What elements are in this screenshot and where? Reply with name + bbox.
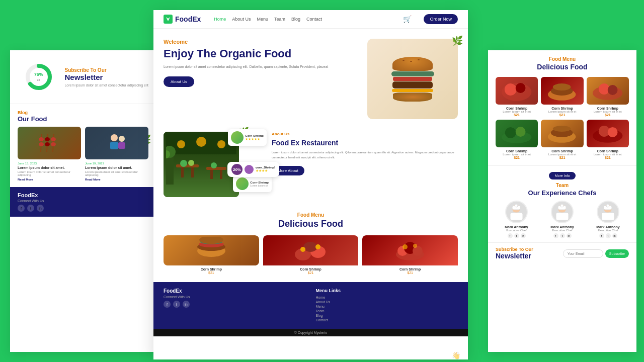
svg-point-18 <box>217 140 225 148</box>
newsletter-title: Newsletter <box>64 73 148 81</box>
newsletter-section: 76%cd Subscribe To Our Newsletter Lorem … <box>10 50 156 104</box>
facebook-icon[interactable]: f <box>18 205 25 212</box>
chef-instagram-icon-1[interactable]: in <box>521 233 526 238</box>
left-footer-brand: FoodEx <box>18 192 148 198</box>
rfood-name-5: Corn Shrimp <box>541 149 583 153</box>
about-images: 🌿 <box>164 132 264 197</box>
blog-image-2 <box>85 127 148 159</box>
footer-link-blog[interactable]: Blog <box>316 314 458 317</box>
right-food-menu-title: Delicious Food <box>496 63 629 71</box>
patty <box>392 81 433 88</box>
food-card-2: Corn-Shrimp Lorem ipsum sit <box>233 175 272 192</box>
nav-link-home[interactable]: Home <box>214 17 226 22</box>
svg-point-72 <box>560 204 564 207</box>
sesame-2 <box>410 61 412 62</box>
about-us-button[interactable]: About Us <box>164 76 194 87</box>
rfood-name-1: Corn Shrimp <box>496 107 538 110</box>
chef-facebook-icon-1[interactable]: f <box>508 233 513 238</box>
list-item: Corn Shrimp Lorem ipsum sit et et $21 <box>587 120 629 159</box>
food-image-3 <box>362 235 458 265</box>
svg-point-68 <box>515 204 518 207</box>
chef-name-1: Mark Anthony <box>496 225 537 229</box>
chef-instagram-icon-2[interactable]: in <box>567 233 572 238</box>
user-stars: ★★★★ <box>256 169 275 173</box>
blog-read-more-2[interactable]: Read More <box>85 178 148 181</box>
food-image-1 <box>164 235 259 265</box>
footer-link-team[interactable]: Team <box>316 309 458 313</box>
footer-link-about[interactable]: About Us <box>316 300 458 304</box>
left-panel: 76%cd Subscribe To Our Newsletter Lorem … <box>10 50 156 352</box>
list-item: June 15, 2023 Lorem ipsum dolor sit amet… <box>18 127 81 181</box>
team-title: Our Experience Chefs <box>496 189 629 197</box>
chef-facebook-icon-2[interactable]: f <box>553 233 558 238</box>
svg-point-57 <box>505 127 516 138</box>
order-now-button[interactable]: Order Now <box>424 14 458 24</box>
newsletter-subscribe-button[interactable]: Subscribe <box>605 249 629 258</box>
nav-link-contact[interactable]: Contact <box>306 17 322 22</box>
svg-rect-21 <box>191 167 194 177</box>
svg-point-49 <box>516 83 526 93</box>
rfood-price-1: $21 <box>496 113 538 117</box>
footer: FoodEx Connect With Us f t in Menu Links… <box>153 282 468 329</box>
blog-read-more-1[interactable]: Read More <box>18 178 81 181</box>
svg-rect-22 <box>206 167 226 170</box>
left-footer: FoodEx Connect With Us f t in <box>10 187 156 217</box>
chef-twitter-icon-2[interactable]: t <box>560 233 565 238</box>
nav-link-team[interactable]: Team <box>274 17 285 22</box>
instagram-icon[interactable]: in <box>37 205 44 212</box>
footer-link-home[interactable]: Home <box>316 296 458 299</box>
chef-twitter-icon-3[interactable]: t <box>606 233 611 238</box>
svg-point-76 <box>606 204 609 207</box>
chef-name-3: Mark Anthony <box>587 225 629 229</box>
burger-stack <box>391 57 434 102</box>
newsletter-email-input[interactable] <box>563 249 603 258</box>
tomato <box>393 77 432 81</box>
chef-name-2: Mark Anthony <box>541 225 583 229</box>
rfood-price-2: $21 <box>541 113 583 117</box>
list-item: Corn Shrimp Lorem ipsum sit et et $21 <box>541 120 583 159</box>
rfood-name-2: Corn Shrimp <box>541 107 583 110</box>
more-info-button[interactable]: More Info <box>549 172 576 179</box>
blog-item-desc-1: Lorem ipsum dolor sit amet consectetur a… <box>18 170 81 176</box>
nav-link-menu[interactable]: Menu <box>257 17 268 22</box>
chef-social-1: f t in <box>496 233 537 238</box>
footer-facebook-icon[interactable]: f <box>164 301 171 308</box>
sesame-3 <box>418 59 420 60</box>
svg-point-29 <box>188 160 194 166</box>
rfood-name-6: Corn Shrimp <box>587 149 629 153</box>
chef-role-2: Executive Chef <box>541 229 583 232</box>
footer-twitter-icon[interactable]: t <box>173 301 180 308</box>
svg-point-61 <box>553 126 571 132</box>
list-item: June 19, 2023 Lorem ipsum dolor sit amet… <box>85 127 148 181</box>
footer-link-contact[interactable]: Contact <box>316 318 458 322</box>
right-team-section: More Info Team Our Experience Chefs Mark… <box>488 165 636 242</box>
user-avatar <box>245 165 254 174</box>
rfood-price-4: $21 <box>496 156 538 159</box>
cart-icon[interactable]: 🛒 <box>403 15 412 23</box>
blog-grid: June 15, 2023 Lorem ipsum dolor sit amet… <box>18 127 148 181</box>
twitter-icon[interactable]: t <box>27 205 34 212</box>
svg-point-48 <box>505 83 517 96</box>
percent-badge: 20% <box>231 164 243 175</box>
chef-facebook-icon-3[interactable]: f <box>599 233 604 238</box>
list-item: Corn Shrimp Lorem ipsum sit et et $21 <box>587 77 629 117</box>
svg-rect-24 <box>220 170 222 179</box>
blog-section: 🌿 Blog Our Food <box>10 104 156 187</box>
footer-instagram-icon[interactable]: in <box>183 301 190 308</box>
about-section: 🌿 <box>153 124 468 205</box>
nav-link-blog[interactable]: Blog <box>291 17 300 22</box>
hero-welcome: Welcome <box>164 39 362 45</box>
logo-icon <box>164 15 173 24</box>
chef-instagram-icon-3[interactable]: in <box>612 233 617 238</box>
blog-item-title-1: Lorem ipsum dolor sit amet. <box>18 166 81 169</box>
svg-rect-66 <box>510 213 523 220</box>
team-tag: Team <box>496 183 629 188</box>
chef-avatar-2 <box>551 201 574 223</box>
chef-twitter-icon-1[interactable]: t <box>514 233 519 238</box>
nav-link-about[interactable]: About Us <box>232 17 251 22</box>
hero-title: Enjoy The Organic Food <box>164 47 362 60</box>
right-newsletter-tag: Subscribe To Our <box>496 247 559 252</box>
rfood-img-5 <box>541 120 583 147</box>
footer-link-menu[interactable]: Menu <box>316 305 458 308</box>
list-item: Mark Anthony Executive Chef f t in <box>496 201 537 238</box>
